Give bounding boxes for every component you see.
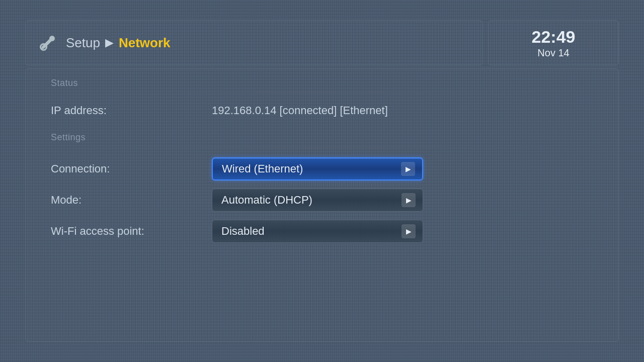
mode-arrow-icon: ▶ [401,193,416,207]
wifi-row: Wi-Fi access point: Disabled ▶ [51,217,593,246]
connection-value: Wired (Ethernet) [222,162,401,175]
breadcrumb: Setup ▶ Network [66,35,171,51]
breadcrumb-panel: Setup ▶ Network [25,20,483,65]
breadcrumb-network: Network [119,35,171,51]
wifi-dropdown[interactable]: Disabled ▶ [212,220,423,243]
clock-date: Nov 14 [537,47,569,59]
connection-row: Connection: Wired (Ethernet) ▶ [51,154,593,184]
main-panel: Status IP address: 192.168.0.14 [connect… [25,68,619,342]
ip-address-row: IP address: 192.168.0.14 [connected] [Et… [51,100,593,121]
settings-section-header: Settings [51,123,593,147]
mode-label: Mode: [51,194,212,207]
ip-address-label: IP address: [51,104,212,117]
connection-label: Connection: [51,162,212,175]
mode-value: Automatic (DHCP) [221,194,401,207]
wifi-label: Wi-Fi access point: [51,225,212,238]
settings-divider [51,147,593,147]
connection-arrow-icon: ▶ [401,162,415,176]
app-container: Setup ▶ Network 22:49 Nov 14 Status IP a… [25,20,619,342]
mode-dropdown[interactable]: Automatic (DHCP) ▶ [212,189,423,212]
breadcrumb-separator: ▶ [105,36,114,49]
wifi-value: Disabled [221,225,401,238]
mode-row: Mode: Automatic (DHCP) ▶ [51,186,593,215]
clock-time: 22:49 [532,27,576,47]
connection-dropdown[interactable]: Wired (Ethernet) ▶ [212,157,423,180]
setup-icon [38,33,58,53]
top-bar: Setup ▶ Network 22:49 Nov 14 [25,20,619,65]
breadcrumb-setup: Setup [66,35,100,51]
status-section-header: Status [51,69,593,93]
ip-address-value: 192.168.0.14 [connected] [Ethernet] [212,104,388,117]
clock-panel: 22:49 Nov 14 [488,20,619,65]
wifi-arrow-icon: ▶ [401,224,416,238]
status-divider [51,93,593,93]
